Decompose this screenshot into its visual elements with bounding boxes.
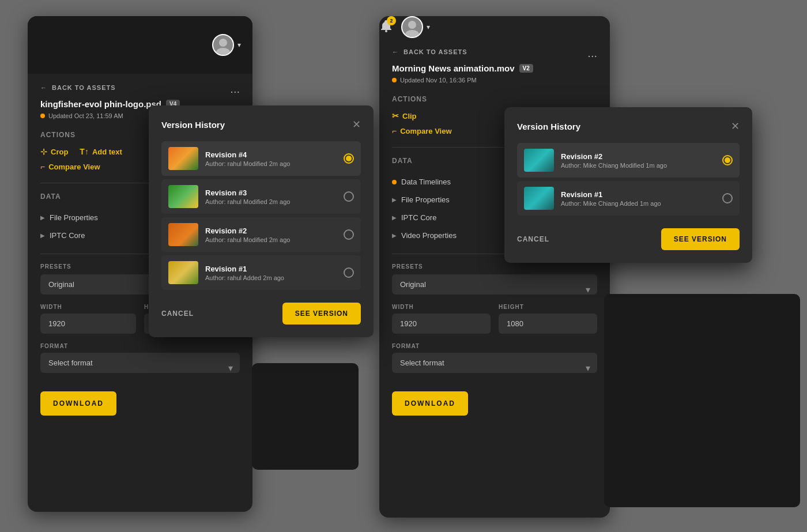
left-revision-info-3: Revision #3 Author: rahul Modified 2m ag… [205, 188, 337, 205]
left-avatar-wrap[interactable]: ▾ [212, 34, 241, 56]
right-width-input[interactable] [392, 314, 491, 334]
left-iptc-tri: ▶ [40, 232, 45, 239]
right-presets-wrap: Original [392, 274, 597, 304]
left-revision-radio-4[interactable] [344, 153, 354, 164]
right-vd-header: Version History ✕ [517, 120, 740, 133]
scissors-icon: ✂ [392, 111, 399, 120]
left-revision-radio-3[interactable] [344, 191, 354, 202]
right-revision-list: Revision #2 Author: Mike Chiang Modified… [517, 143, 740, 216]
right-more-button[interactable]: ··· [587, 49, 597, 62]
left-revision-author-3: Author: rahul Modified 2m ago [205, 198, 337, 205]
right-card: 2 ▾ ← BACK TO ASSETS ··· Morning Ne [379, 16, 610, 518]
compare-icon: ⌐ [40, 162, 45, 171]
left-revision-info-1: Revision #1 Author: rahul Added 2m ago [205, 265, 337, 281]
left-status-dot [40, 114, 45, 118]
right-height-input[interactable] [499, 314, 597, 334]
left-revision-info-2: Revision #2 Author: rahul Modified 2m ag… [205, 227, 337, 243]
right-see-version-button[interactable]: SEE VERSION [661, 228, 740, 250]
right-thumb-1 [524, 187, 554, 210]
compare-icon-right: ⌐ [392, 126, 397, 135]
bg-panel-left [252, 363, 359, 470]
right-back-arrow: ← [392, 48, 399, 55]
left-revision-name-4: Revision #4 [205, 150, 337, 159]
right-card-header: 2 ▾ [379, 16, 610, 38]
right-avatar [401, 16, 423, 38]
right-file-title: Morning News animation.mov V2 [392, 63, 597, 73]
right-width-label: WIDTH [392, 304, 491, 310]
left-revision-name-2: Revision #2 [205, 227, 337, 235]
left-vd-footer: CANCEL SEE VERSION [161, 303, 361, 325]
left-revision-radio-1[interactable] [344, 267, 354, 278]
left-revision-info-4: Revision #4 Author: rahul Modified 2m ag… [205, 150, 337, 167]
left-width-label: WIDTH [40, 304, 136, 310]
right-version-dialog: Version History ✕ Revision #2 Author: Mi… [504, 107, 752, 263]
left-format-select[interactable]: Select format [40, 353, 240, 373]
svg-point-0 [219, 39, 227, 47]
left-width-group: WIDTH [40, 304, 136, 334]
left-compare-button[interactable]: ⌐ Compare View [40, 162, 100, 171]
left-vd-close-button[interactable]: ✕ [352, 118, 361, 131]
right-status-dot [392, 78, 397, 82]
left-revision-author-4: Author: rahul Modified 2m ago [205, 160, 337, 167]
left-revision-author-1: Author: rahul Added 2m ago [205, 274, 337, 281]
right-cancel-button[interactable]: CANCEL [517, 235, 549, 243]
right-back-link[interactable]: ← BACK TO ASSETS [392, 48, 467, 55]
right-revision-item-1[interactable]: Revision #1 Author: Mike Chiang Added 1m… [517, 181, 740, 216]
left-thumb-4 [168, 147, 198, 170]
right-vd-footer: CANCEL SEE VERSION [517, 228, 740, 250]
left-avatar [212, 34, 234, 56]
left-revision-radio-2[interactable] [344, 229, 354, 240]
crop-icon: ⊹ [40, 147, 47, 156]
right-vd-close-button[interactable]: ✕ [731, 120, 740, 133]
right-revision-info-1: Revision #1 Author: Mike Chiang Added 1m… [561, 190, 715, 207]
right-updated-text: Updated Nov 10, 16:36 PM [392, 77, 597, 84]
left-thumb-3 [168, 185, 198, 208]
right-revision-author-2: Author: Mike Chiang Modified 1m ago [561, 162, 715, 169]
right-iptc-tri: ▶ [392, 214, 397, 221]
right-height-label: HEIGHT [499, 304, 597, 310]
left-back-link[interactable]: ← BACK TO ASSETS [40, 84, 116, 91]
left-back-arrow: ← [40, 84, 47, 91]
left-crop-button[interactable]: ⊹ Crop [40, 147, 68, 156]
left-format-wrap: Select format [40, 353, 240, 382]
left-format-label: FORMAT [40, 343, 240, 349]
notification-count: 2 [387, 16, 396, 25]
right-height-group: HEIGHT [499, 304, 597, 334]
svg-point-3 [408, 21, 416, 29]
right-format-select[interactable]: Select format [392, 353, 597, 373]
left-vd-title: Version History [161, 120, 225, 130]
left-cancel-button[interactable]: CANCEL [161, 310, 194, 318]
right-revision-radio-1[interactable] [722, 193, 733, 203]
right-revision-radio-2[interactable] [722, 155, 733, 165]
right-format-wrap: Select format [392, 353, 597, 382]
svg-point-2 [385, 30, 387, 32]
left-add-text-button[interactable]: T↑ Add text [80, 147, 122, 156]
right-back-label: BACK TO ASSETS [404, 48, 467, 55]
right-presets-select[interactable]: Original [392, 274, 597, 295]
left-more-button[interactable]: ··· [230, 85, 240, 98]
left-download-button[interactable]: DOWNLOAD [40, 391, 116, 416]
right-vd-title: Version History [517, 122, 580, 131]
right-avatar-wrap[interactable]: ▾ [401, 16, 430, 38]
left-revision-item-4[interactable]: Revision #4 Author: rahul Modified 2m ag… [161, 141, 361, 176]
notification-bell[interactable]: 2 [379, 19, 393, 35]
right-revision-item-2[interactable]: Revision #2 Author: Mike Chiang Modified… [517, 143, 740, 178]
left-revision-item-1[interactable]: Revision #1 Author: rahul Added 2m ago [161, 255, 361, 290]
right-format-label: FORMAT [392, 343, 597, 349]
right-clip-button[interactable]: ✂ Clip [392, 111, 417, 120]
svg-point-1 [216, 48, 230, 55]
right-compare-button[interactable]: ⌐ Compare View [392, 126, 452, 135]
right-actions-label: Actions [392, 95, 597, 103]
right-presets-label: PRESETS [392, 263, 597, 270]
left-width-input[interactable] [40, 314, 136, 334]
right-video-tri: ▶ [392, 232, 397, 239]
left-revision-item-2[interactable]: Revision #2 Author: rahul Modified 2m ag… [161, 217, 361, 252]
right-version-badge: V2 [519, 64, 533, 73]
left-version-dialog: Version History ✕ Revision #4 Author: ra… [149, 105, 374, 337]
left-see-version-button[interactable]: SEE VERSION [282, 303, 361, 325]
svg-point-4 [405, 30, 419, 37]
left-avatar-chevron: ▾ [237, 41, 241, 49]
right-download-button[interactable]: DOWNLOAD [392, 391, 468, 416]
left-revision-item-3[interactable]: Revision #3 Author: rahul Modified 2m ag… [161, 179, 361, 214]
text-icon: T↑ [80, 147, 89, 156]
